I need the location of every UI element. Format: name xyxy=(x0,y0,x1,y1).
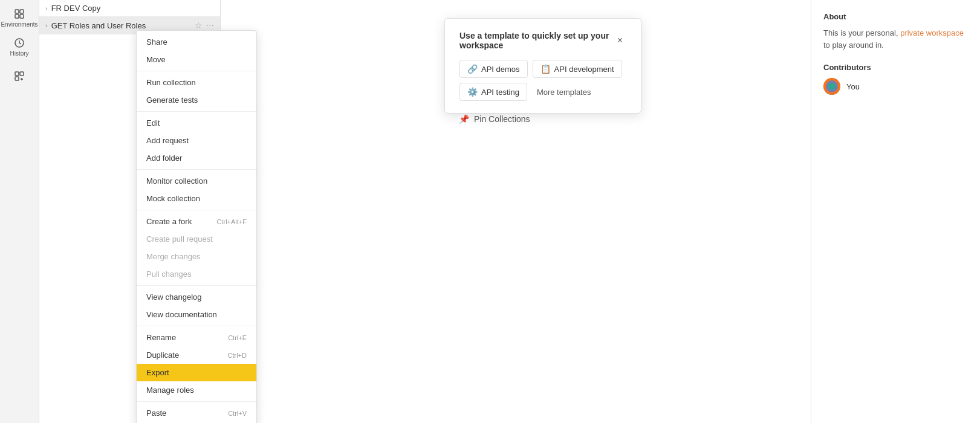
template-dialog: Use a template to quickly set up your wo… xyxy=(444,18,641,114)
menu-item-manage-roles[interactable]: Manage roles xyxy=(137,381,256,399)
template-dialog-title: Use a template to quickly set up your wo… xyxy=(459,31,614,50)
api-testing-icon: ⚙️ xyxy=(467,87,478,97)
menu-divider-4 xyxy=(137,210,256,210)
menu-divider-6 xyxy=(137,326,256,326)
svg-rect-1 xyxy=(20,10,24,13)
sidebar-label-history: History xyxy=(10,50,28,57)
menu-item-share[interactable]: Share xyxy=(137,33,256,51)
menu-item-rename[interactable]: Rename Ctrl+E xyxy=(137,329,256,346)
about-text-prefix: This is your personal, xyxy=(823,28,900,37)
sidebar-label-environments: Environments xyxy=(1,21,37,28)
collection-name-fr-dev-copy: FR DEV Copy xyxy=(51,4,214,13)
menu-divider-3 xyxy=(137,169,256,170)
contributor-name-you: You xyxy=(846,82,860,91)
template-api-testing[interactable]: ⚙️ API testing xyxy=(459,83,527,101)
about-text-link[interactable]: private workspace xyxy=(900,28,964,37)
api-testing-label: API testing xyxy=(481,88,519,97)
avatar xyxy=(823,78,840,95)
menu-divider-7 xyxy=(137,401,256,402)
pin-collections-label: Pin Collections xyxy=(474,114,530,124)
pin-icon: 📌 xyxy=(459,114,469,124)
template-api-demos[interactable]: 🔗 API demos xyxy=(459,60,528,78)
menu-item-duplicate[interactable]: Duplicate Ctrl+D xyxy=(137,346,256,364)
menu-item-view-changelog[interactable]: View changelog xyxy=(137,288,256,306)
svg-rect-5 xyxy=(15,72,19,76)
sidebar-item-history[interactable]: History xyxy=(6,34,33,60)
menu-item-create-fork[interactable]: Create a fork Ctrl+Alt+F xyxy=(137,213,256,230)
svg-point-12 xyxy=(828,83,836,90)
about-title: About xyxy=(823,12,968,21)
svg-rect-0 xyxy=(15,10,19,13)
api-development-label: API development xyxy=(554,65,614,74)
menu-item-pull-changes: Pull changes xyxy=(137,265,256,283)
contributor-row: You xyxy=(823,78,968,95)
close-button[interactable]: × xyxy=(614,34,626,47)
menu-item-edit[interactable]: Edit xyxy=(137,114,256,132)
shortcut-paste: Ctrl+V xyxy=(228,410,247,417)
menu-item-mock-collection[interactable]: Mock collection xyxy=(137,190,256,207)
collection-item-fr-dev-copy[interactable]: › FR DEV Copy xyxy=(39,0,220,16)
shortcut-rename: Ctrl+E xyxy=(228,334,247,341)
template-api-development[interactable]: 📋 API development xyxy=(533,60,622,78)
svg-rect-7 xyxy=(15,77,19,80)
menu-item-move[interactable]: Move xyxy=(137,51,256,68)
menu-item-monitor-collection[interactable]: Monitor collection xyxy=(137,172,256,190)
chevron-icon-2: › xyxy=(45,22,48,29)
right-panel: About This is your personal, private wor… xyxy=(811,0,980,423)
menu-item-export[interactable]: Export xyxy=(137,364,256,381)
menu-item-generate-tests[interactable]: Generate tests xyxy=(137,91,256,109)
more-templates-link[interactable]: More templates xyxy=(532,83,596,101)
more-options-icon[interactable]: ··· xyxy=(206,20,214,31)
main-content: Use a template to quickly set up your wo… xyxy=(221,0,811,423)
pin-collections-action[interactable]: 📌 Pin Collections xyxy=(459,114,627,124)
shortcut-duplicate: Ctrl+D xyxy=(228,352,247,359)
star-icon[interactable]: ☆ xyxy=(195,21,203,30)
svg-rect-6 xyxy=(20,72,24,76)
api-demos-icon: 🔗 xyxy=(467,64,478,74)
sidebar-item-collections[interactable] xyxy=(6,63,33,89)
contributors-title: Contributors xyxy=(823,63,968,72)
svg-rect-3 xyxy=(20,15,24,18)
api-development-icon: 📋 xyxy=(540,64,551,74)
menu-divider-5 xyxy=(137,285,256,286)
menu-item-paste[interactable]: Paste Ctrl+V xyxy=(137,404,256,422)
shortcut-create-fork: Ctrl+Alt+F xyxy=(216,218,247,225)
sidebar: Environments History xyxy=(0,0,39,423)
api-demos-label: API demos xyxy=(481,65,520,74)
menu-item-view-documentation[interactable]: View documentation xyxy=(137,306,256,323)
svg-rect-2 xyxy=(15,15,19,18)
context-menu: Share Move Run collection Generate tests… xyxy=(136,30,257,423)
collection-panel: › FR DEV Copy › GET Roles and User Roles… xyxy=(39,0,221,423)
menu-item-merge-changes: Merge changes xyxy=(137,248,256,265)
chevron-icon: › xyxy=(45,5,48,12)
template-buttons: 🔗 API demos 📋 API development ⚙️ API tes… xyxy=(459,60,626,101)
menu-item-create-pull-request: Create pull request xyxy=(137,230,256,248)
about-text-suffix: to play around in. xyxy=(823,40,884,50)
sidebar-item-environments[interactable]: Environments xyxy=(6,5,33,31)
menu-item-add-folder[interactable]: Add folder xyxy=(137,149,256,167)
about-text: This is your personal, private workspace… xyxy=(823,27,968,51)
menu-item-add-request[interactable]: Add request xyxy=(137,132,256,149)
menu-divider-1 xyxy=(137,71,256,71)
menu-divider-2 xyxy=(137,111,256,112)
template-dialog-header: Use a template to quickly set up your wo… xyxy=(459,31,626,50)
collection-name-get-roles: GET Roles and User Roles xyxy=(51,21,191,30)
menu-item-run-collection[interactable]: Run collection xyxy=(137,74,256,91)
